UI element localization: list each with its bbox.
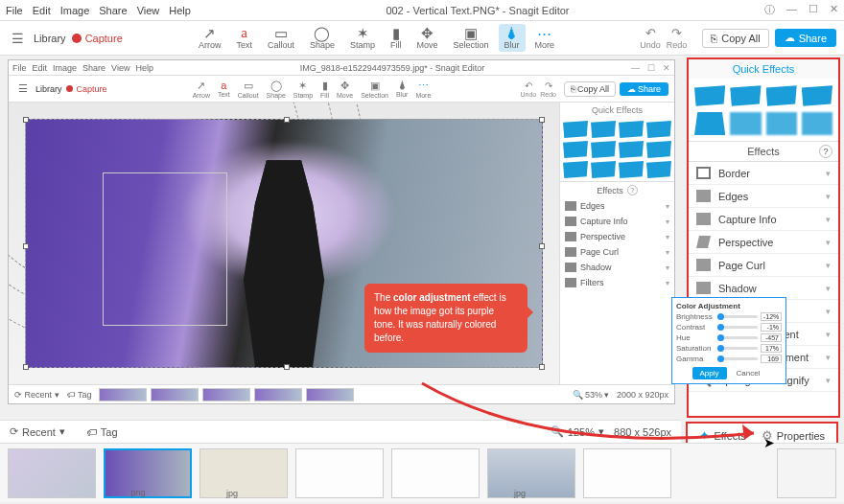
quick-effect-preset[interactable]: [646, 121, 671, 138]
tool-shape[interactable]: ◯Shape: [304, 24, 340, 52]
inner-tool-stamp[interactable]: ✶Stamp: [291, 79, 316, 100]
share-button[interactable]: ☁Share: [775, 29, 836, 47]
quick-effect-preset[interactable]: [694, 84, 725, 107]
quick-effect-preset[interactable]: [766, 84, 797, 107]
quick-effect-preset[interactable]: [802, 84, 832, 107]
inner-tool-selection[interactable]: ▣Selection: [358, 79, 391, 100]
effect-filters[interactable]: Filters▾: [560, 275, 674, 290]
hamburger-icon[interactable]: ☰: [8, 29, 28, 48]
inner-tool-arrow[interactable]: ↗Arrow: [190, 79, 213, 100]
quick-effect-preset[interactable]: [591, 141, 616, 158]
apply-button[interactable]: Apply: [692, 367, 727, 379]
menu-help[interactable]: Help: [169, 5, 191, 16]
thumbnail[interactable]: jpg: [199, 448, 288, 498]
thumbnail[interactable]: png: [104, 448, 192, 498]
resize-handle[interactable]: [23, 117, 29, 123]
inner-tool-blur[interactable]: 🌢Blur: [393, 79, 410, 100]
quick-effect-preset[interactable]: [591, 121, 616, 138]
inner-thumbnail[interactable]: [151, 388, 199, 401]
inner-maximize-icon[interactable]: ☐: [647, 63, 655, 73]
menu-share[interactable]: Share: [99, 5, 127, 16]
tool-selection[interactable]: ▣Selection: [448, 24, 495, 52]
inner-capture-button[interactable]: Capture: [66, 84, 107, 94]
quick-effect-preset[interactable]: [619, 161, 644, 178]
thumbnail[interactable]: jpg: [487, 448, 575, 498]
inner-tool-more[interactable]: ⋯More: [412, 79, 434, 100]
resize-handle[interactable]: [539, 364, 545, 370]
quick-effect-preset[interactable]: [766, 112, 797, 135]
thumbnail[interactable]: [295, 448, 384, 498]
saturation-value[interactable]: 17%: [761, 344, 782, 353]
inner-menu-image[interactable]: Image: [53, 63, 77, 73]
quick-effect-preset[interactable]: [802, 112, 832, 135]
inner-menu-file[interactable]: File: [12, 63, 27, 73]
inner-tool-callout[interactable]: ▭Callout: [235, 79, 262, 100]
tool-more[interactable]: ⋯More: [529, 24, 561, 52]
inner-thumbnail[interactable]: [306, 388, 354, 401]
inner-menu-share[interactable]: Share: [82, 63, 106, 73]
effect-edges[interactable]: Edges▾: [689, 185, 838, 208]
menu-view[interactable]: View: [137, 5, 160, 16]
quick-effect-preset[interactable]: [694, 112, 725, 135]
inner-redo-button[interactable]: ↷Redo: [540, 80, 556, 98]
quick-effect-preset[interactable]: [619, 141, 644, 158]
menu-image[interactable]: Image: [60, 5, 90, 16]
close-icon[interactable]: ✕: [830, 3, 838, 17]
capture-button[interactable]: Capture: [72, 33, 123, 44]
contrast-value[interactable]: -1%: [761, 323, 782, 332]
quick-effect-preset[interactable]: [730, 112, 761, 135]
menu-file[interactable]: File: [6, 5, 23, 16]
effect-perspective[interactable]: Perspective▾: [689, 231, 838, 254]
inner-share-button[interactable]: ☁Share: [620, 82, 668, 96]
inner-recent-dropdown[interactable]: ⟳ Recent ▾: [14, 390, 59, 400]
resize-handle[interactable]: [539, 243, 545, 249]
thumbnail[interactable]: [777, 448, 836, 498]
inner-hamburger-icon[interactable]: ☰: [14, 80, 32, 97]
saturation-slider[interactable]: [717, 347, 758, 350]
inner-tag-button[interactable]: 🏷 Tag: [67, 390, 92, 400]
resize-handle[interactable]: [23, 243, 29, 249]
tag-button[interactable]: 🏷 Tag: [86, 426, 118, 438]
effect-perspective[interactable]: Perspective▾: [560, 229, 674, 244]
undo-button[interactable]: ↶Undo: [640, 26, 661, 50]
resize-handle[interactable]: [539, 117, 545, 123]
inner-library-button[interactable]: Library: [35, 84, 62, 94]
brightness-value[interactable]: -12%: [761, 312, 782, 321]
resize-handle[interactable]: [23, 364, 29, 370]
inner-close-icon[interactable]: ✕: [663, 63, 670, 73]
effect-capture-info[interactable]: Capture Info▾: [689, 208, 838, 231]
quick-effect-preset[interactable]: [619, 121, 644, 138]
hue-value[interactable]: -457: [761, 333, 782, 342]
help-icon[interactable]: ?: [627, 185, 638, 195]
effect-capture-info[interactable]: Capture Info▾: [560, 214, 674, 229]
effect-border[interactable]: Border▾: [689, 162, 838, 185]
help-icon[interactable]: ?: [819, 145, 832, 158]
inner-menu-view[interactable]: View: [111, 63, 129, 73]
tool-text[interactable]: aText: [230, 24, 258, 52]
resize-handle[interactable]: [284, 117, 290, 123]
thumbnail[interactable]: [8, 448, 96, 498]
inner-tool-text[interactable]: aText: [215, 79, 233, 100]
inner-menu-help[interactable]: Help: [135, 63, 153, 73]
quick-effect-preset[interactable]: [646, 141, 671, 158]
maximize-icon[interactable]: ☐: [809, 3, 818, 17]
brightness-slider[interactable]: [717, 315, 758, 318]
zoom-control[interactable]: 🔍 125% ▾ 844 x 504px: [551, 425, 671, 438]
tool-callout[interactable]: ▭Callout: [262, 24, 300, 52]
tool-move[interactable]: ✥Move: [411, 24, 444, 52]
redo-button[interactable]: ↷Redo: [667, 26, 688, 50]
inner-thumbnail[interactable]: [254, 388, 302, 401]
effect-page-curl[interactable]: Page Curl▾: [689, 254, 838, 277]
inner-tool-fill[interactable]: ▮Fill: [317, 79, 332, 100]
effect-shadow[interactable]: Shadow▾: [560, 260, 674, 275]
quick-effect-preset[interactable]: [646, 161, 671, 178]
inner-thumbnail[interactable]: [99, 388, 147, 401]
minimize-icon[interactable]: —: [786, 3, 797, 17]
thumbnail[interactable]: [583, 448, 671, 498]
inner-copy-all-button[interactable]: ⎘Copy All: [564, 81, 616, 97]
info-icon[interactable]: ⓘ: [764, 3, 775, 17]
hue-slider[interactable]: [717, 336, 758, 339]
inner-tool-shape[interactable]: ◯Shape: [264, 79, 289, 100]
gamma-slider[interactable]: [717, 357, 758, 360]
resize-handle[interactable]: [284, 364, 290, 370]
